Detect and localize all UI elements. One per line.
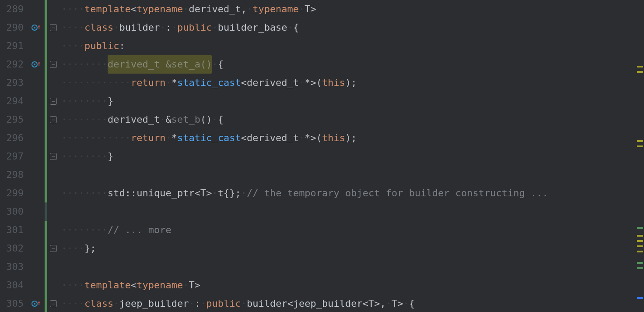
code-line[interactable]: ····template<typename·derived_t,·typenam… bbox=[61, 0, 644, 18]
code-line[interactable] bbox=[61, 202, 644, 221]
fold-column: − − − − − − − bbox=[45, 0, 60, 312]
code-line[interactable]: ····class·jeep_builder·:·public·builder<… bbox=[61, 294, 644, 312]
gutter-marks-column: ↑ ↑ ↑ bbox=[28, 0, 45, 312]
fold-toggle[interactable]: − bbox=[50, 24, 57, 31]
overview-mark[interactable] bbox=[637, 297, 643, 299]
overview-mark[interactable] bbox=[637, 251, 643, 252]
line-number[interactable]: 304 bbox=[0, 276, 24, 294]
overview-mark[interactable] bbox=[637, 240, 643, 242]
implements-marker[interactable]: ↑ bbox=[28, 18, 45, 37]
line-number[interactable]: 302 bbox=[0, 239, 24, 258]
line-number[interactable]: 290 bbox=[0, 18, 24, 37]
overview-mark[interactable] bbox=[637, 267, 643, 269]
code-line[interactable]: ········} bbox=[61, 147, 644, 166]
code-line[interactable]: ············return·*static_cast<derived_… bbox=[61, 74, 644, 92]
line-number[interactable]: 300 bbox=[0, 202, 24, 221]
gutter: 289 290 291 292 293 294 295 296 297 298 … bbox=[0, 0, 60, 312]
overview-mark[interactable] bbox=[637, 145, 643, 147]
overview-mark[interactable] bbox=[637, 140, 643, 142]
line-number[interactable]: 303 bbox=[0, 258, 24, 276]
line-number[interactable]: 296 bbox=[0, 129, 24, 147]
fold-toggle[interactable]: − bbox=[50, 153, 57, 160]
fold-toggle[interactable]: − bbox=[50, 98, 57, 105]
implements-marker[interactable]: ↑ bbox=[28, 55, 45, 74]
line-numbers-column: 289 290 291 292 293 294 295 296 297 298 … bbox=[0, 0, 28, 312]
implements-marker[interactable]: ↑ bbox=[28, 294, 45, 312]
overview-mark[interactable] bbox=[637, 66, 643, 67]
code-line[interactable]: ····public: bbox=[61, 37, 644, 55]
line-number[interactable]: 293 bbox=[0, 74, 24, 92]
fold-toggle[interactable]: − bbox=[50, 300, 57, 307]
code-line[interactable]: ········derived_t &set_a()·{ bbox=[61, 55, 644, 74]
code-line[interactable]: ····template<typename·T> bbox=[61, 276, 644, 294]
code-line[interactable]: ········} bbox=[61, 92, 644, 110]
code-line[interactable]: ········// ... more bbox=[61, 221, 644, 239]
line-number[interactable]: 295 bbox=[0, 110, 24, 129]
line-number[interactable]: 298 bbox=[0, 166, 24, 184]
code-line[interactable]: ········std::unique_ptr<T>·t{};·// the t… bbox=[61, 184, 644, 202]
code-line[interactable]: ············return·*static_cast<derived_… bbox=[61, 129, 644, 147]
line-number[interactable]: 305 bbox=[0, 294, 24, 312]
fold-toggle[interactable]: − bbox=[50, 116, 57, 123]
overview-mark[interactable] bbox=[637, 262, 643, 264]
line-number[interactable]: 301 bbox=[0, 221, 24, 239]
code-area[interactable]: ····template<typename·derived_t,·typenam… bbox=[60, 0, 644, 312]
line-number[interactable]: 294 bbox=[0, 92, 24, 110]
code-line[interactable]: ····}; bbox=[61, 239, 644, 258]
line-number[interactable]: 291 bbox=[0, 37, 24, 55]
code-line[interactable] bbox=[61, 258, 644, 276]
line-number[interactable]: 292 bbox=[0, 55, 24, 74]
fold-toggle[interactable]: − bbox=[50, 61, 57, 68]
line-number[interactable]: 297 bbox=[0, 147, 24, 166]
overview-mark[interactable] bbox=[637, 227, 643, 229]
overview-mark[interactable] bbox=[637, 245, 643, 247]
code-line[interactable]: ········derived_t·&set_b()·{ bbox=[61, 110, 644, 129]
overview-mark[interactable] bbox=[637, 71, 643, 73]
code-editor: 289 290 291 292 293 294 295 296 297 298 … bbox=[0, 0, 644, 312]
line-number[interactable]: 289 bbox=[0, 0, 24, 18]
overview-ruler[interactable] bbox=[636, 0, 644, 312]
fold-toggle[interactable]: − bbox=[50, 245, 57, 252]
line-number[interactable]: 299 bbox=[0, 184, 24, 202]
overview-mark[interactable] bbox=[637, 235, 643, 237]
code-line[interactable] bbox=[61, 166, 644, 184]
code-line[interactable]: ····class·builder·:·public·builder_base·… bbox=[61, 18, 644, 37]
